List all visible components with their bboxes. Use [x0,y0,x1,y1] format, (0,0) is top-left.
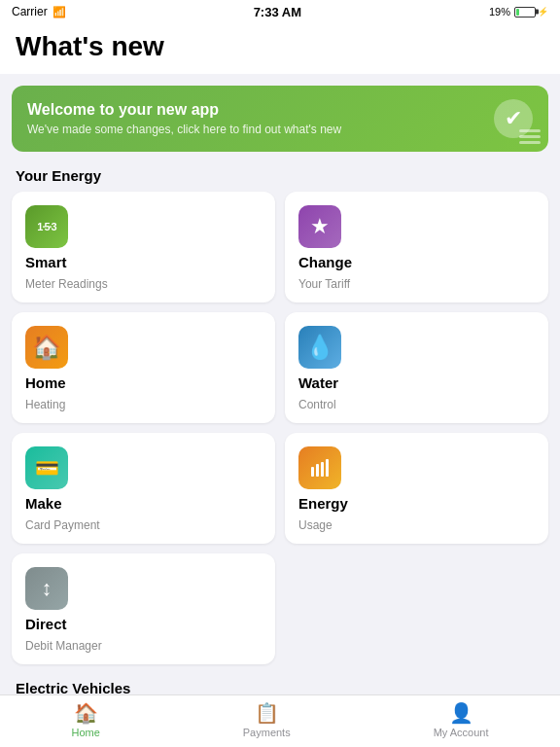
status-right: 19% ⚡ [489,6,548,18]
change-tile[interactable]: ★ Change Your Tariff [285,192,548,302]
carrier-label: Carrier [12,5,48,18]
energy-icon [298,446,341,489]
nav-payments[interactable]: 📋 Payments [243,701,291,738]
direct-icon: ↕ [25,567,68,610]
page-title: What's new [16,31,544,62]
direct-subtitle: Debit Manager [25,639,262,653]
smart-title: Smart [25,254,262,271]
home-title: Home [25,374,262,392]
make-subtitle: Card Payment [25,518,262,532]
energy-usage-subtitle: Usage [298,518,535,532]
make-icon: 💳 [25,446,68,489]
smart-subtitle: Meter Readings [25,277,262,291]
direct-title: Direct [25,616,262,633]
energy-tile[interactable]: Energy Usage [285,433,548,544]
nav-home-icon: 🏠 [74,701,98,725]
page-header: What's new [0,23,560,74]
energy-grid: 1·5·3 Smart Meter Readings ★ Change Your… [0,192,560,544]
svg-rect-1 [316,464,319,477]
change-icon: ★ [298,205,341,248]
bottom-nav: 🏠 Home 📋 Payments 👤 My Account [0,694,560,747]
nav-account[interactable]: 👤 My Account [434,701,489,738]
change-title: Change [298,254,535,271]
battery-container: ⚡ [514,7,548,18]
battery-box [514,7,536,18]
smart-tile[interactable]: 1·5·3 Smart Meter Readings [12,192,275,302]
direct-tile[interactable]: ↕ Direct Debit Manager [12,553,275,664]
nav-account-label: My Account [434,727,489,738]
make-title: Make [25,495,262,513]
water-tile[interactable]: 💧 Water Control [285,312,548,423]
change-subtitle: Your Tariff [298,277,535,291]
nav-payments-label: Payments [243,727,291,738]
water-title: Water [298,374,535,392]
banner-decoration [511,122,548,152]
water-subtitle: Control [298,398,535,411]
status-bar: Carrier 📶 7:33 AM 19% ⚡ [0,0,560,23]
nav-payments-icon: 📋 [255,701,279,725]
battery-percent: 19% [489,6,510,18]
direct-row: ↕ Direct Debit Manager [0,553,560,664]
battery-fill [516,9,519,16]
nav-account-icon: 👤 [449,701,473,725]
welcome-subtitle: We've made some changes, click here to f… [27,123,484,136]
energy-usage-title: Energy [298,495,535,513]
home-tile[interactable]: 🏠 Home Heating [12,312,275,423]
nav-home[interactable]: 🏠 Home [71,701,99,738]
wifi-icon: 📶 [52,6,66,18]
svg-rect-2 [321,462,324,477]
water-icon: 💧 [298,326,341,369]
welcome-text-area: Welcome to your new app We've made some … [27,101,484,136]
welcome-banner[interactable]: Welcome to your new app We've made some … [12,86,548,152]
home-subtitle: Heating [25,398,262,411]
time-display: 7:33 AM [254,5,301,19]
charging-bolt-icon: ⚡ [538,7,548,17]
svg-rect-3 [326,459,329,477]
welcome-title: Welcome to your new app [27,101,484,119]
status-left: Carrier 📶 [12,5,66,18]
make-tile[interactable]: 💳 Make Card Payment [12,433,275,544]
home-icon: 🏠 [25,326,68,369]
nav-home-label: Home [71,727,99,738]
your-energy-section-header: Your Energy [0,152,560,192]
smart-icon: 1·5·3 [25,205,68,248]
svg-rect-0 [311,467,314,477]
